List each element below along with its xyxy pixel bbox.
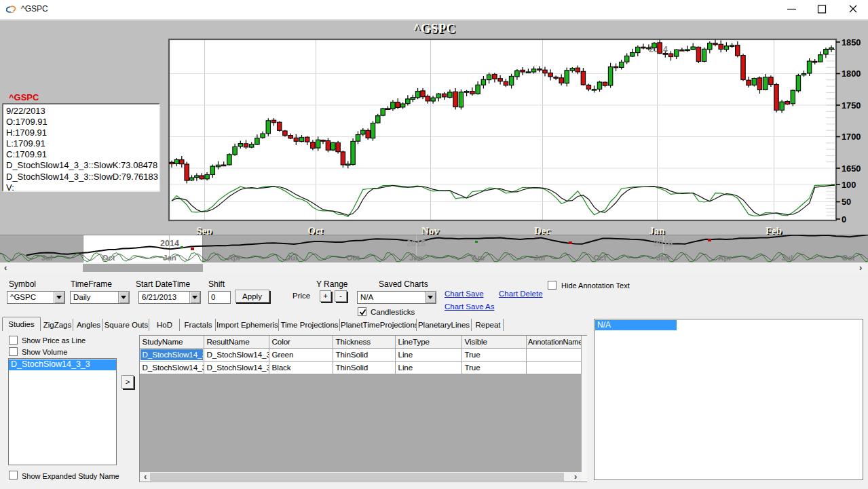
- svg-text:50: 50: [842, 197, 851, 207]
- svg-text:Jul: Jul: [286, 254, 298, 262]
- svg-text:2015: 2015: [407, 239, 426, 248]
- svg-text:Oct: Oct: [842, 254, 854, 262]
- svg-text:1700: 1700: [842, 132, 861, 142]
- svg-text:^GSPC: ^GSPC: [413, 22, 456, 35]
- svg-text:Feb: Feb: [766, 225, 782, 235]
- svg-text:Jan: Jan: [649, 225, 665, 235]
- svg-text:Apr: Apr: [472, 254, 485, 262]
- svg-text:Oct: Oct: [593, 254, 606, 262]
- svg-text:1800: 1800: [842, 69, 861, 79]
- svg-text:1650: 1650: [842, 163, 861, 174]
- svg-text:100: 100: [842, 180, 856, 190]
- svg-text:Apr: Apr: [227, 254, 241, 262]
- svg-text:Jan: Jan: [163, 254, 176, 262]
- svg-text:Apr: Apr: [718, 254, 732, 262]
- svg-text:Oct: Oct: [346, 254, 359, 262]
- svg-text:1850: 1850: [842, 37, 861, 47]
- svg-text:Oct: Oct: [307, 225, 323, 235]
- svg-text:1750: 1750: [842, 100, 861, 111]
- svg-text:Jul: Jul: [41, 254, 53, 262]
- svg-text:2016: 2016: [654, 239, 673, 248]
- svg-text:Sep: Sep: [196, 225, 212, 235]
- svg-text:Nov: Nov: [421, 225, 439, 235]
- svg-text:2014: 2014: [160, 239, 179, 248]
- svg-text:Jul: Jul: [534, 254, 546, 262]
- svg-text:Jan: Jan: [656, 254, 670, 262]
- svg-text:Oct: Oct: [102, 254, 115, 262]
- svg-text:0: 0: [842, 214, 846, 224]
- svg-text:Dec: Dec: [534, 225, 550, 235]
- svg-text:Jan: Jan: [409, 254, 423, 262]
- svg-text:Jul: Jul: [782, 254, 793, 262]
